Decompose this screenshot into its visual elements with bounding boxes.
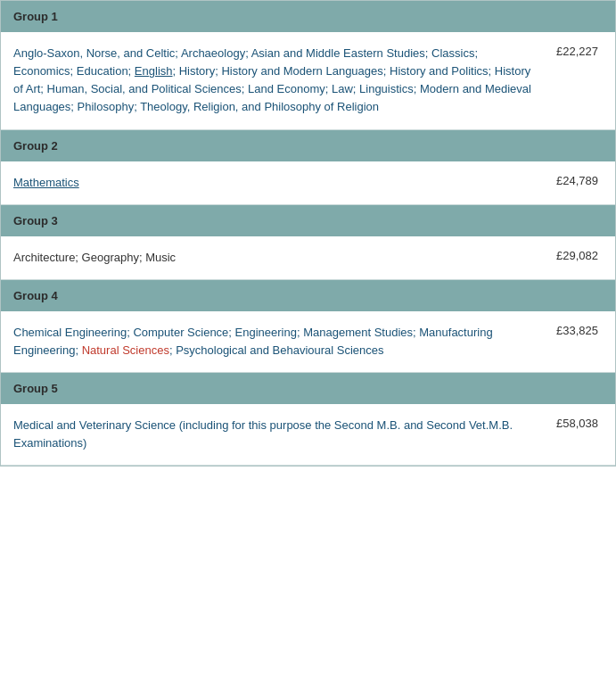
group-2-fee: £24,789	[544, 161, 615, 205]
group-1-fee: £22,227	[544, 32, 615, 129]
group-4-row: Chemical Engineering; Computer Science; …	[1, 311, 615, 373]
group-2-subjects: Mathematics	[1, 161, 544, 205]
group-4-label: Group 4	[1, 279, 615, 311]
group-2-header: Group 2	[1, 129, 615, 161]
group-3-fee: £29,082	[544, 236, 615, 280]
group-3-header: Group 3	[1, 204, 615, 236]
group-2-row: Mathematics £24,789	[1, 161, 615, 205]
group-5-subjects: Medical and Veterinary Science (includin…	[1, 404, 544, 466]
group-3-subjects: Architecture; Geography; Music	[1, 236, 544, 280]
group-2-mathematics-link[interactable]: Mathematics	[13, 176, 79, 189]
group-3-row: Architecture; Geography; Music £29,082	[1, 236, 615, 280]
group-1-row: Anglo-Saxon, Norse, and Celtic; Archaeol…	[1, 32, 615, 129]
group-2-label: Group 2	[1, 129, 615, 161]
group-5-row: Medical and Veterinary Science (includin…	[1, 404, 615, 466]
group-5-fee: £58,038	[544, 404, 615, 466]
group-5-header: Group 5	[1, 373, 615, 405]
group-5-label: Group 5	[1, 373, 615, 405]
group-4-header: Group 4	[1, 279, 615, 311]
group-4-fee: £33,825	[544, 311, 615, 373]
group-4-subjects: Chemical Engineering; Computer Science; …	[1, 311, 544, 373]
group-1-english-link[interactable]: English	[135, 64, 173, 78]
group-1-header: Group 1	[1, 1, 615, 32]
group-3-label: Group 3	[1, 204, 615, 236]
fee-table: Group 1 Anglo-Saxon, Norse, and Celtic; …	[0, 0, 616, 467]
group-1-label: Group 1	[1, 1, 615, 32]
group-1-subjects: Anglo-Saxon, Norse, and Celtic; Archaeol…	[1, 32, 544, 129]
